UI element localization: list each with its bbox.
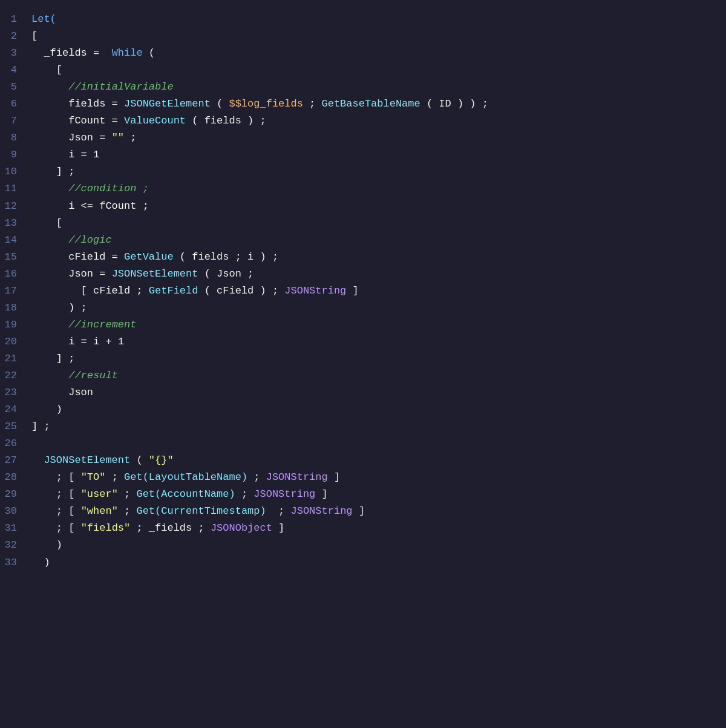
token: ] [328,471,340,483]
token: ; [266,505,291,517]
token [31,319,68,330]
line-number: 33 [0,554,31,571]
code-line: 26 [0,435,726,452]
token: fCount = [31,115,124,126]
token: "TO" [81,471,106,483]
token: JSONString [253,488,315,500]
token: JSONString [266,471,328,483]
token: ; [105,471,124,483]
code-line: 5 //initialVariable [0,79,726,96]
line-number: 15 [0,249,31,266]
code-line: 2[ [0,28,726,45]
token: ] ; [31,421,50,432]
line-content: //initialVariable [31,79,174,96]
code-line: 24 ) [0,401,726,418]
token: $$log_fields [229,98,302,110]
token [31,370,68,381]
token: ] [315,488,327,500]
token: "fields" [81,522,131,534]
line-number: 11 [0,180,31,197]
token: ; [303,98,322,110]
token: "user" [81,488,118,500]
token: ID [439,98,451,110]
code-line: 17 [ cField ; GetField ( cField ) ; JSON… [0,283,726,300]
token: ) ) ; [451,98,488,110]
token: Json = [31,132,112,143]
line-content: [ [31,215,62,232]
line-content: ; [ "when" ; Get(CurrentTimestamp) ; JSO… [31,503,365,520]
token: "{}" [149,454,174,466]
code-line: 31 ; [ "fields" ; _fields ; JSONObject ] [0,520,726,537]
token: ValueCount [124,115,186,126]
code-line: 25] ; [0,418,726,435]
code-line: 19 //increment [0,316,726,333]
token: ; [ [31,488,81,500]
line-number: 4 [0,62,31,79]
line-number: 8 [0,130,31,146]
line-number: 17 [0,283,31,300]
token: //logic [68,234,111,246]
token: [ cField ; [31,285,149,297]
token: //increment [68,319,136,330]
token: ; [ [31,522,81,534]
token [31,234,68,246]
line-content: //result [31,367,118,384]
token: ; [ [31,505,81,517]
token: ; [124,132,136,143]
token: ] ; [31,353,74,364]
token: cField = [31,251,124,263]
line-number: 3 [0,45,31,62]
token: JSONObject [211,522,272,534]
code-line: 12 i <= fCount ; [0,198,726,215]
code-line: 10 ] ; [0,163,726,180]
line-content: ) [31,401,62,418]
line-number: 16 [0,266,31,283]
line-number: 22 [0,367,31,384]
code-line: 4 [ [0,62,726,79]
line-content: cField = GetValue ( fields ; i ) ; [31,249,278,266]
token: JSONGetElement [124,98,211,110]
token: "when" [81,505,118,517]
token: ; [ [31,471,81,483]
line-number: 13 [0,215,31,232]
token: i <= fCount ; [31,200,149,212]
code-line: 29 ; [ "user" ; Get(AccountName) ; JSONS… [0,486,726,503]
line-number: 29 [0,486,31,503]
line-content: ) [31,537,62,554]
token: JSONString [284,285,346,297]
token: ) ; [31,302,87,313]
token: While [112,47,143,59]
code-line: 7 fCount = ValueCount ( fields ) ; [0,113,726,130]
token: ] ; [31,166,74,177]
line-content: //condition ; [31,180,149,197]
code-line: 13 [ [0,215,726,232]
token [31,81,68,93]
code-line: 22 //result [0,367,726,384]
code-line: 30 ; [ "when" ; Get(CurrentTimestamp) ; … [0,503,726,520]
line-content: ; [ "fields" ; _fields ; JSONObject ] [31,520,284,537]
token: [ [31,30,38,42]
code-line: 32 ) [0,537,726,554]
code-line: 16 Json = JSONSetElement ( Json ; [0,266,726,283]
line-content: fields = JSONGetElement ( $$log_fields ;… [31,96,488,113]
line-content: ) [31,554,50,571]
code-line: 23 Json [0,384,726,401]
line-content: Let( [31,11,56,28]
token: //result [68,370,118,381]
token [31,183,68,194]
line-content: fCount = ValueCount ( fields ) ; [31,113,266,130]
token: fields = [31,98,124,110]
line-content: [ [31,28,38,45]
line-number: 9 [0,146,31,163]
line-number: 25 [0,418,31,435]
line-content: i = 1 [31,146,99,163]
token: GetBaseTableName [322,98,420,110]
token: ( [420,98,439,110]
line-number: 10 [0,163,31,180]
token: GetValue [124,251,174,263]
line-number: 28 [0,469,31,486]
line-content: //increment [31,316,136,333]
token: ( fields ; i ) ; [174,251,278,263]
token: ; [235,488,254,500]
line-content: Json = "" ; [31,130,136,146]
